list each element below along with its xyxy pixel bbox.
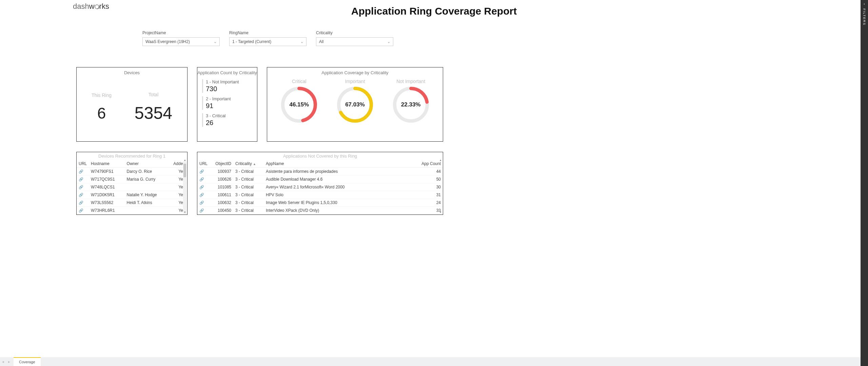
col-objectid[interactable]: ObjectID	[210, 160, 233, 168]
cell-criticality: 3 - Critical	[233, 168, 264, 176]
scroll-down-icon[interactable]: ▾	[439, 210, 442, 214]
link-icon[interactable]: 🔗	[199, 169, 204, 174]
table-row[interactable]: 🔗W73LS5562Heidi T. AtkinsYes	[77, 199, 187, 207]
scroll-up-icon[interactable]: ▴	[439, 158, 442, 162]
link-icon[interactable]: 🔗	[199, 177, 204, 181]
link-icon[interactable]: 🔗	[79, 169, 83, 174]
brand-suffix: rks	[99, 2, 109, 11]
table-row[interactable]: 🔗W74790FS1Darcy O. RiceYes	[77, 168, 187, 176]
cell-appcount: 44	[416, 168, 443, 176]
appcount-item-label: 1 - Not Important	[206, 79, 252, 84]
appcount-item-label: 3 - Critical	[206, 113, 252, 118]
cell-owner	[125, 207, 170, 215]
filter-ring-select[interactable]: 1 - Targeted (Current) ⌄	[229, 37, 307, 46]
coverage-gauge: Critical46.15%	[280, 79, 318, 123]
cell-hostname: W71D0K5R1	[89, 191, 125, 199]
chevron-down-icon: ⌄	[387, 40, 390, 44]
gauge-donut: 67.03%	[336, 86, 374, 123]
table-row[interactable]: 🔗1009373 - CriticalAsistente para inform…	[197, 168, 443, 176]
cell-criticality: 3 - Critical	[233, 183, 264, 191]
col-url[interactable]: URL	[77, 160, 89, 168]
filter-project-value: WaaS Evergreen (19H2)	[145, 39, 190, 44]
chevron-left-icon: ‹	[864, 2, 865, 6]
table-row[interactable]: 🔗1010853 - CriticalAvery« Wizard 2.1 for…	[197, 183, 443, 191]
cell-hostname: W73LS5562	[89, 199, 125, 207]
table-row[interactable]: 🔗W71D0K5R1Natalie Y. HodgeYes	[77, 191, 187, 199]
coverage-card-title: Application Coverage by Criticality	[267, 67, 443, 77]
devices-thisring-value: 6	[92, 104, 112, 122]
link-icon[interactable]: 🔗	[199, 185, 204, 189]
filter-criticality-label: Criticality	[316, 30, 393, 35]
brand-logo: dashwrks	[73, 2, 109, 11]
cell-appname: Audible Download Manager 4.6	[264, 176, 416, 183]
cell-appcount: 44	[416, 215, 443, 215]
cell-criticality: 3 - Critical	[233, 199, 264, 207]
cell-appname: Asistente para informes de propiedades	[264, 168, 416, 176]
table-row[interactable]: 🔗1011823 - CriticalMicrosoft Office 2000…	[197, 215, 443, 215]
cell-hostname: W73HRL6R1	[89, 207, 125, 215]
link-icon[interactable]: 🔗	[79, 177, 83, 181]
table-row[interactable]: 🔗W79MVW6R1Louis W. SampsonNo	[77, 215, 187, 215]
table-row[interactable]: 🔗W717QC9S1Marisa G. CurryYes	[77, 176, 187, 183]
coverage-gauge: Not Important22.33%	[392, 79, 430, 123]
link-icon[interactable]: 🔗	[79, 208, 83, 212]
apps-not-covered-card: Applications Not Covered by this Ring UR…	[197, 152, 443, 215]
filters-panel-label: FILTERS	[863, 8, 866, 25]
tab-coverage[interactable]: Coverage	[14, 357, 41, 366]
appcount-item-value: 91	[206, 102, 252, 110]
link-icon[interactable]: 🔗	[79, 201, 83, 205]
cell-objectid: 100626	[210, 176, 233, 183]
filters-row: ProjectName WaaS Evergreen (19H2) ⌄ Ring…	[142, 30, 868, 46]
scroll-down-icon[interactable]: ▾	[183, 210, 186, 214]
cell-owner	[125, 183, 170, 191]
cell-owner: Louis W. Sampson	[125, 215, 170, 215]
gauge-percent: 46.15%	[280, 86, 318, 123]
table-row[interactable]: 🔗1006263 - CriticalAudible Download Mana…	[197, 176, 443, 183]
apps-not-covered-title: Applications Not Covered by this Ring	[197, 152, 443, 160]
tab-nav-prev[interactable]: ◂	[0, 360, 6, 364]
cell-hostname: W748LQCS1	[89, 183, 125, 191]
gauge-label: Important	[336, 79, 374, 84]
tab-nav-next[interactable]: ▸	[6, 360, 12, 364]
filters-panel-toggle[interactable]: ‹ FILTERS	[861, 0, 868, 366]
cell-appname: Microsoft Office 2000 Professional Editi…	[264, 215, 416, 215]
cell-added: No	[170, 215, 187, 215]
table-row[interactable]: 🔗W748LQCS1Yes	[77, 183, 187, 191]
table-row[interactable]: 🔗1006113 - CriticalHPV Solo31	[197, 191, 443, 199]
col-url[interactable]: URL	[197, 160, 210, 168]
col-owner[interactable]: Owner	[125, 160, 170, 168]
scrollbar[interactable]	[183, 162, 186, 214]
filter-project-select[interactable]: WaaS Evergreen (19H2) ⌄	[142, 37, 220, 46]
devices-recommended-card: Devices Recommended for Ring 1 URL Hostn…	[76, 152, 188, 215]
coverage-card: Application Coverage by Criticality Crit…	[267, 67, 443, 142]
gauge-label: Critical	[280, 79, 318, 84]
table-row[interactable]: 🔗1004503 - CriticalInterVideo XPack (DVD…	[197, 207, 443, 215]
appcount-item: 2 - Important91	[202, 96, 252, 110]
cell-hostname: W74790FS1	[89, 168, 125, 176]
appcount-item-value: 26	[206, 119, 252, 127]
cell-objectid: 100450	[210, 207, 233, 215]
cell-appcount: 24	[416, 199, 443, 207]
link-icon[interactable]: 🔗	[199, 208, 204, 212]
scroll-up-icon[interactable]: ▴	[183, 158, 186, 162]
link-icon[interactable]: 🔗	[79, 185, 83, 189]
devices-recommended-table: URL Hostname Owner Added 🔗W74790FS1Darcy…	[77, 160, 187, 215]
col-appname[interactable]: AppName	[264, 160, 416, 168]
cell-objectid: 101182	[210, 215, 233, 215]
devices-card: Devices This Ring 6 Total 5354	[76, 67, 188, 142]
cell-objectid: 100632	[210, 199, 233, 207]
cell-objectid: 100611	[210, 191, 233, 199]
col-criticality[interactable]: Criticality ▲	[233, 160, 264, 168]
cell-objectid: 101085	[210, 183, 233, 191]
link-icon[interactable]: 🔗	[79, 193, 83, 197]
table-row[interactable]: 🔗1006323 - CriticalImage Web Server IE P…	[197, 199, 443, 207]
col-hostname[interactable]: Hostname	[89, 160, 125, 168]
gauge-percent: 67.03%	[336, 86, 374, 123]
filter-criticality-select[interactable]: All ⌄	[316, 37, 393, 46]
link-icon[interactable]: 🔗	[199, 201, 204, 205]
appcount-card: Application Count by Criticality 1 - Not…	[197, 67, 257, 142]
link-icon[interactable]: 🔗	[199, 193, 204, 197]
table-row[interactable]: 🔗W73HRL6R1Yes	[77, 207, 187, 215]
chevron-down-icon: ⌄	[300, 40, 303, 44]
cell-hostname: W79MVW6R1	[89, 215, 125, 215]
